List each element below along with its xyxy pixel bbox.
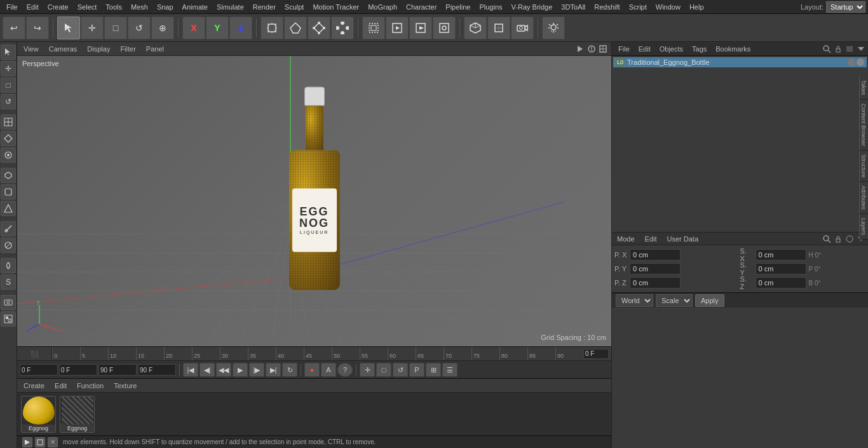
material-item-0[interactable]: Eggnog bbox=[21, 396, 56, 433]
menu-tools[interactable]: Tools bbox=[102, 2, 126, 12]
tab-takes[interactable]: Takes bbox=[859, 76, 868, 100]
transform-button[interactable]: ⊕ bbox=[151, 17, 174, 39]
viewport[interactable]: View Cameras Display Filter Panel Perspe… bbox=[17, 42, 611, 346]
viewport-view-menu[interactable]: View bbox=[21, 44, 41, 54]
front-view-button[interactable] bbox=[487, 17, 510, 39]
prev-frame-button[interactable]: ◀| bbox=[200, 363, 215, 377]
left-tool-9[interactable] bbox=[1, 184, 16, 200]
record-button[interactable]: ● bbox=[304, 363, 320, 377]
status-icon-3[interactable]: ✕ bbox=[48, 437, 58, 447]
material-create-menu[interactable]: Create bbox=[21, 381, 47, 391]
move-tool-button[interactable]: ✛ bbox=[81, 17, 104, 39]
undo-button[interactable]: ↩ bbox=[3, 17, 25, 39]
camera-button[interactable] bbox=[511, 17, 534, 39]
left-tool-10[interactable] bbox=[1, 201, 16, 216]
material-item-1[interactable]: Eggnog bbox=[60, 396, 95, 433]
menu-create[interactable]: Create bbox=[44, 2, 72, 12]
material-texture-menu[interactable]: Texture bbox=[111, 381, 139, 391]
menu-mesh[interactable]: Mesh bbox=[127, 2, 152, 12]
menu-sculpt[interactable]: Sculpt bbox=[281, 2, 308, 12]
menu-plugins[interactable]: Plugins bbox=[475, 2, 506, 12]
attr-pos-x-input[interactable] bbox=[630, 249, 681, 261]
menu-render[interactable]: Render bbox=[249, 2, 280, 12]
viewport-panel-menu[interactable]: Panel bbox=[144, 44, 166, 54]
timeline-start-frame[interactable] bbox=[20, 364, 58, 376]
menu-mograph[interactable]: MoGraph bbox=[364, 2, 401, 12]
move-key-button[interactable]: ✛ bbox=[360, 363, 375, 377]
attr-pos-y-input[interactable] bbox=[630, 263, 681, 275]
perspective-view-button[interactable] bbox=[464, 17, 487, 39]
loop-button[interactable]: ↻ bbox=[282, 363, 297, 377]
status-icon-1[interactable] bbox=[22, 437, 32, 447]
anim-settings-button[interactable]: ☰ bbox=[442, 363, 458, 377]
object-mode-button[interactable] bbox=[261, 17, 283, 39]
obj-bookmarks-menu[interactable]: Bookmarks bbox=[712, 44, 754, 54]
polygon-mode-button[interactable] bbox=[284, 17, 307, 39]
point-mode-button[interactable] bbox=[331, 17, 354, 39]
timeline-end-frame[interactable] bbox=[98, 364, 137, 376]
status-icon-2[interactable] bbox=[35, 437, 45, 447]
search-icon[interactable] bbox=[822, 44, 831, 53]
layout-select[interactable]: Startup bbox=[826, 1, 865, 13]
collapse-icon[interactable] bbox=[845, 44, 854, 53]
scale-key-button[interactable]: □ bbox=[376, 363, 391, 377]
grid-btn[interactable]: ⊞ bbox=[426, 363, 441, 377]
current-frame-input[interactable] bbox=[583, 349, 609, 359]
redo-button[interactable]: ↪ bbox=[26, 17, 49, 39]
attr-size-b-input[interactable] bbox=[756, 277, 806, 288]
tab-layers[interactable]: Layers bbox=[859, 214, 868, 240]
auto-key-button[interactable]: A bbox=[321, 363, 336, 377]
left-tool-14[interactable]: S bbox=[1, 275, 16, 290]
attr-userdata-menu[interactable]: User Data bbox=[665, 234, 702, 243]
obj-dot-1[interactable] bbox=[848, 58, 855, 66]
edge-mode-button[interactable] bbox=[308, 17, 330, 39]
menu-simulate[interactable]: Simulate bbox=[213, 2, 248, 12]
menu-motion-tracker[interactable]: Motion Tracker bbox=[309, 2, 363, 12]
left-tool-3[interactable]: □ bbox=[1, 78, 16, 93]
left-tool-8[interactable] bbox=[1, 168, 16, 183]
world-select[interactable]: World bbox=[616, 294, 653, 307]
help-button[interactable]: ? bbox=[337, 363, 353, 377]
menu-window[interactable]: Window bbox=[652, 2, 684, 12]
left-tool-4[interactable]: ↺ bbox=[1, 94, 16, 109]
menu-snap[interactable]: Snap bbox=[153, 2, 177, 12]
scale-select[interactable]: Scale bbox=[656, 294, 693, 307]
z-axis-button[interactable]: Z bbox=[229, 17, 252, 39]
render-button[interactable] bbox=[409, 17, 432, 39]
material-function-menu[interactable]: Function bbox=[74, 381, 106, 391]
menu-help[interactable]: Help bbox=[686, 2, 708, 12]
viewport-filter-menu[interactable]: Filter bbox=[118, 44, 138, 54]
left-tool-11[interactable] bbox=[1, 221, 16, 236]
pos-key-button[interactable]: P bbox=[409, 363, 424, 377]
left-tool-5[interactable] bbox=[1, 114, 16, 130]
menu-redshift[interactable]: Redshift bbox=[590, 2, 623, 12]
timeline-total-field[interactable] bbox=[138, 364, 176, 376]
render-view-button[interactable] bbox=[386, 17, 409, 39]
menu-3dtoall[interactable]: 3DToAll bbox=[557, 2, 589, 12]
menu-select[interactable]: Select bbox=[74, 2, 101, 12]
menu-script[interactable]: Script bbox=[625, 2, 651, 12]
attr-mode-menu[interactable]: Mode bbox=[614, 234, 637, 243]
left-tool-2[interactable]: ✛ bbox=[1, 61, 16, 76]
scale-tool-button[interactable]: □ bbox=[104, 17, 127, 39]
play-reverse-button[interactable]: ◀◀ bbox=[216, 363, 231, 377]
left-tool-6[interactable] bbox=[1, 131, 16, 146]
rotate-tool-button[interactable]: ↺ bbox=[128, 17, 151, 39]
play-button[interactable]: ▶ bbox=[233, 363, 248, 377]
left-tool-12[interactable] bbox=[1, 238, 16, 253]
select-tool-button[interactable] bbox=[57, 17, 80, 39]
next-frame-button[interactable]: |▶ bbox=[249, 363, 264, 377]
go-to-start-button[interactable]: |◀ bbox=[183, 363, 198, 377]
obj-edit-menu[interactable]: Edit bbox=[635, 44, 654, 54]
timeline-ruler[interactable]: ⬛ 0 5 10 15 20 25 30 35 40 45 50 55 60 6… bbox=[17, 347, 611, 361]
obj-tags-menu[interactable]: Tags bbox=[688, 44, 710, 54]
expand-icon[interactable] bbox=[857, 44, 865, 53]
obj-objects-menu[interactable]: Objects bbox=[656, 44, 687, 54]
tab-attributes[interactable]: Attributes bbox=[859, 182, 868, 214]
attr-size-h-input[interactable] bbox=[756, 249, 806, 261]
material-edit-menu[interactable]: Edit bbox=[52, 381, 69, 391]
light-button[interactable] bbox=[542, 17, 565, 39]
viewport-cameras-menu[interactable]: Cameras bbox=[46, 44, 80, 54]
attr-size-p-input[interactable] bbox=[756, 263, 806, 275]
left-tool-1[interactable] bbox=[1, 44, 16, 60]
